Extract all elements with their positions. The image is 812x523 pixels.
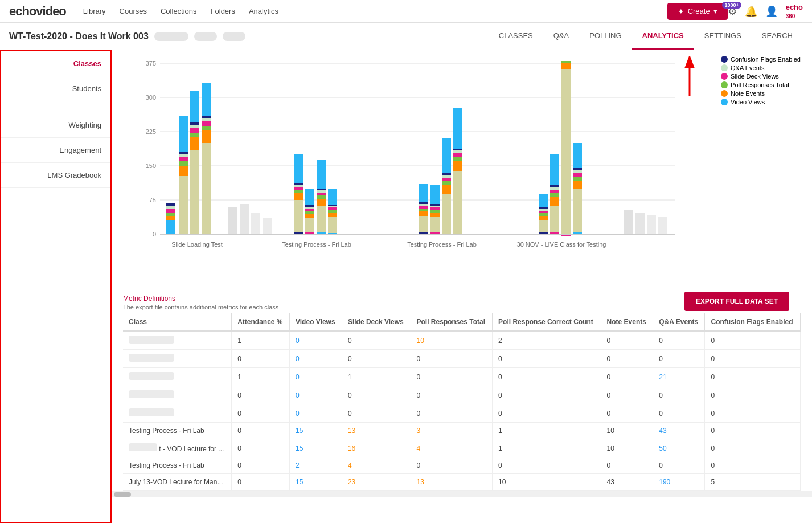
bell-icon[interactable]: 🔔 <box>745 5 757 18</box>
data-table-container: Class Attendance % Video Views Slide Dec… <box>112 313 812 491</box>
svg-rect-14 <box>166 220 175 234</box>
svg-rect-52 <box>305 209 314 211</box>
main-nav: Library Courses Collections Folders Anal… <box>83 7 667 15</box>
tab-settings[interactable]: SETTINGS <box>694 23 752 50</box>
svg-rect-77 <box>419 209 428 211</box>
svg-rect-57 <box>317 199 326 206</box>
cell-poll-total: 0 <box>411 386 493 404</box>
metric-link[interactable]: Metric Definitions <box>123 295 175 303</box>
svg-rect-42 <box>294 200 303 234</box>
svg-rect-79 <box>419 204 428 206</box>
svg-text:Slide Loading Test: Slide Loading Test <box>171 241 223 248</box>
h-scroll-thumb[interactable] <box>114 492 131 497</box>
cell-confusion: 0 <box>705 386 801 404</box>
svg-rect-39 <box>202 116 211 118</box>
svg-rect-47 <box>294 183 303 185</box>
tab-search[interactable]: SEARCH <box>752 23 803 50</box>
legend-qa: Q&A Events <box>721 64 801 71</box>
cell-qa-events: 0 <box>653 350 705 368</box>
cell-slide-deck: 13 <box>342 423 411 439</box>
create-button[interactable]: ✦ Create ▾ <box>667 3 728 20</box>
svg-rect-95 <box>442 138 451 173</box>
content-area: Confusion Flags Enabled Q&A Events Slide… <box>112 50 812 523</box>
tab-polling[interactable]: POLLING <box>579 23 631 50</box>
sidebar-item-weighting[interactable]: Weighting <box>1 113 110 138</box>
svg-rect-114 <box>550 197 559 206</box>
metric-section: EXPORT FULL DATA SET Metric Definitions … <box>112 289 812 313</box>
cell-attendance: 0 <box>232 439 290 457</box>
sidebar-item-classes[interactable]: Classes <box>1 51 110 76</box>
cell-slide-deck: 1 <box>342 368 411 386</box>
blurred-class-name <box>129 336 174 344</box>
cell-attendance: 1 <box>232 368 290 386</box>
svg-rect-110 <box>539 209 548 211</box>
main-layout: Classes Students Weighting Engagement LM… <box>0 50 812 523</box>
cell-attendance: 0 <box>232 423 290 439</box>
nav-library[interactable]: Library <box>83 7 106 15</box>
svg-rect-96 <box>453 171 462 234</box>
blurred-partial <box>129 443 157 451</box>
sidebar: Classes Students Weighting Engagement LM… <box>0 50 112 523</box>
svg-rect-66 <box>328 207 337 210</box>
svg-rect-19 <box>166 203 175 206</box>
table-row: t - VOD Lecture for ...015164110500 <box>123 439 801 457</box>
svg-rect-109 <box>539 211 548 213</box>
svg-rect-107 <box>539 216 548 220</box>
create-star-icon: ✦ <box>678 7 684 16</box>
svg-rect-117 <box>550 187 559 190</box>
svg-rect-17 <box>166 209 175 213</box>
svg-rect-50 <box>305 214 314 218</box>
horizontal-scrollbar[interactable] <box>112 491 812 497</box>
notifications-badge: 1000+ <box>722 2 741 9</box>
legend-confusion-label: Confusion Flags Enabled <box>731 56 801 63</box>
svg-rect-20 <box>179 176 188 234</box>
cell-note-events: 10 <box>601 423 653 439</box>
svg-text:Testing Process - Fri Lab: Testing Process - Fri Lab <box>282 241 351 248</box>
col-attendance: Attendance % <box>232 313 290 331</box>
svg-rect-92 <box>442 178 451 181</box>
settings-icon[interactable]: ⚙ 1000+ <box>728 5 737 18</box>
cell-confusion: 0 <box>705 404 801 423</box>
table-row: Testing Process - Fri Lab02400000 <box>123 457 801 474</box>
svg-rect-87 <box>430 204 440 206</box>
svg-rect-34 <box>202 143 211 234</box>
svg-text:30 NOV - LIVE Class for Testin: 30 NOV - LIVE Class for Testing <box>517 241 606 248</box>
cell-qa-events: 0 <box>653 386 705 404</box>
sidebar-item-lms-gradebook[interactable]: LMS Gradebook <box>1 163 110 188</box>
legend-confusion: Confusion Flags Enabled <box>721 56 801 63</box>
svg-rect-101 <box>453 149 462 150</box>
cell-poll-total: 10 <box>411 331 493 350</box>
cell-attendance: 0 <box>232 457 290 474</box>
create-label: Create <box>688 7 710 15</box>
cell-poll-correct: 0 <box>493 386 601 404</box>
cell-slide-deck: 0 <box>342 350 411 368</box>
user-icon[interactable]: 👤 <box>765 5 778 18</box>
svg-rect-112 <box>539 194 548 207</box>
svg-rect-63 <box>328 217 337 234</box>
cell-attendance: 0 <box>232 474 290 491</box>
table-row: Testing Process - Fri Lab015133110430 <box>123 423 801 439</box>
nav-right: ⚙ 1000+ 🔔 👤 echo360 <box>728 3 803 20</box>
export-button[interactable]: EXPORT FULL DATA SET <box>684 292 789 311</box>
cell-slide-deck: 23 <box>342 474 411 491</box>
nav-analytics[interactable]: Analytics <box>249 7 278 15</box>
nav-collections[interactable]: Collections <box>161 7 197 15</box>
tab-classes[interactable]: CLASSES <box>489 23 543 50</box>
nav-folders[interactable]: Folders <box>211 7 235 15</box>
sidebar-item-engagement[interactable]: Engagement <box>1 138 110 163</box>
table-row: 00000000 <box>123 350 801 368</box>
cell-video-views: 15 <box>290 474 342 491</box>
tab-analytics[interactable]: ANALYTICS <box>632 23 694 50</box>
table-row: 100102000 <box>123 331 801 350</box>
svg-rect-30 <box>190 128 199 133</box>
nav-courses[interactable]: Courses <box>120 7 147 15</box>
svg-rect-33 <box>190 91 199 122</box>
svg-rect-89 <box>442 194 451 234</box>
svg-rect-76 <box>419 211 428 216</box>
tab-qa[interactable]: Q&A <box>543 23 579 50</box>
sidebar-item-students[interactable]: Students <box>1 76 110 101</box>
svg-text:75: 75 <box>149 197 156 203</box>
svg-rect-130 <box>573 143 582 168</box>
svg-rect-32 <box>190 122 199 125</box>
svg-rect-25 <box>179 152 188 154</box>
